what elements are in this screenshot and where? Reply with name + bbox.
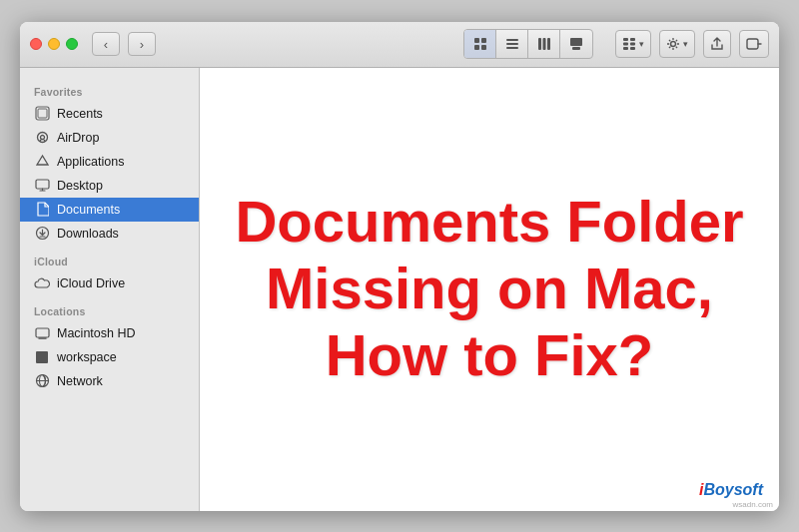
close-button[interactable]	[30, 38, 42, 50]
favorites-header: Favorites	[20, 76, 199, 102]
sidebar-item-airdrop[interactable]: AirDrop	[20, 126, 199, 150]
sidebar-item-icloud-drive[interactable]: iCloud Drive	[20, 271, 199, 295]
svg-rect-21	[38, 109, 47, 118]
documents-icon	[34, 202, 50, 218]
svg-rect-6	[506, 47, 518, 49]
svg-rect-19	[747, 39, 758, 49]
svg-rect-13	[630, 38, 635, 41]
documents-label: Documents	[57, 203, 120, 217]
group-arrow-icon: ▾	[639, 39, 644, 49]
back-button[interactable]: ‹	[92, 32, 120, 56]
svg-rect-1	[481, 38, 486, 43]
svg-rect-4	[506, 39, 518, 41]
svg-rect-15	[630, 43, 635, 46]
share-button[interactable]	[703, 30, 731, 58]
network-icon	[34, 373, 50, 389]
svg-point-22	[37, 133, 47, 143]
icloud-drive-label: iCloud Drive	[57, 276, 125, 290]
action-button[interactable]: ▾	[659, 30, 695, 58]
forward-icon: ›	[140, 37, 144, 52]
svg-rect-2	[474, 45, 479, 50]
maximize-button[interactable]	[66, 38, 78, 50]
file-area: Documents Folder Missing on Mac, How to …	[200, 68, 779, 511]
workspace-icon	[34, 349, 50, 365]
sidebar-item-macintosh-hd[interactable]: Macintosh HD	[20, 321, 199, 345]
desktop-icon	[34, 178, 50, 194]
svg-rect-5	[506, 43, 518, 45]
cover-icon	[569, 37, 583, 51]
grid-icon	[473, 37, 487, 51]
titlebar: ‹ ›	[20, 22, 779, 68]
svg-rect-17	[630, 47, 635, 50]
svg-rect-26	[36, 328, 49, 337]
workspace-label: workspace	[57, 350, 117, 364]
icloud-header: iCloud	[20, 246, 199, 271]
airdrop-icon	[34, 130, 50, 146]
svg-rect-3	[481, 45, 486, 50]
svg-rect-7	[538, 38, 541, 50]
traffic-lights	[30, 38, 78, 50]
sidebar-item-recents[interactable]: Recents	[20, 102, 199, 126]
tag-button[interactable]	[739, 30, 769, 58]
svg-rect-10	[570, 38, 582, 46]
columns-icon	[537, 37, 551, 51]
main-content: Favorites Recents AirDrop Applications	[20, 68, 779, 511]
airdrop-label: AirDrop	[57, 131, 99, 145]
svg-rect-11	[572, 47, 580, 50]
view-list-button[interactable]	[496, 30, 528, 58]
group-button[interactable]: ▾	[615, 30, 651, 58]
share-icon	[710, 37, 724, 51]
downloads-label: Downloads	[57, 227, 119, 241]
back-icon: ‹	[104, 37, 108, 52]
sidebar-item-network[interactable]: Network	[20, 369, 199, 393]
overlay-container: Documents Folder Missing on Mac, How to …	[200, 68, 779, 511]
minimize-button[interactable]	[48, 38, 60, 50]
action-arrow-icon: ▾	[683, 39, 688, 49]
svg-point-18	[671, 42, 676, 47]
view-grid-button[interactable]	[464, 30, 496, 58]
sidebar-item-applications[interactable]: Applications	[20, 150, 199, 174]
svg-rect-14	[623, 43, 628, 46]
svg-rect-9	[547, 38, 550, 50]
applications-icon	[34, 154, 50, 170]
forward-button[interactable]: ›	[128, 32, 156, 56]
downloads-icon	[34, 226, 50, 242]
applications-label: Applications	[57, 155, 124, 169]
sidebar-item-documents[interactable]: Documents	[20, 198, 199, 222]
list-icon	[505, 37, 519, 51]
gear-icon	[666, 37, 680, 51]
macintosh-hd-label: Macintosh HD	[57, 326, 136, 340]
sidebar-item-workspace[interactable]: workspace	[20, 345, 199, 369]
view-cover-button[interactable]	[560, 30, 592, 58]
svg-point-23	[40, 136, 44, 140]
view-buttons	[463, 29, 593, 59]
desktop-label: Desktop	[57, 179, 103, 193]
macintosh-hd-icon	[34, 325, 50, 341]
sidebar-item-downloads[interactable]: Downloads	[20, 222, 199, 246]
svg-rect-24	[36, 180, 49, 189]
recents-label: Recents	[57, 107, 103, 121]
svg-rect-27	[36, 351, 48, 363]
svg-rect-0	[474, 38, 479, 43]
tag-icon	[746, 37, 762, 51]
view-columns-button[interactable]	[528, 30, 560, 58]
sidebar: Favorites Recents AirDrop Applications	[20, 68, 200, 511]
network-label: Network	[57, 374, 103, 388]
svg-rect-16	[623, 47, 628, 50]
locations-header: Locations	[20, 295, 199, 321]
icloud-icon	[34, 275, 50, 291]
svg-rect-12	[623, 38, 628, 41]
sidebar-item-desktop[interactable]: Desktop	[20, 174, 199, 198]
svg-rect-8	[542, 38, 545, 50]
finder-window: ‹ ›	[20, 22, 779, 511]
recents-icon	[34, 106, 50, 122]
group-icon	[622, 37, 636, 51]
overlay-headline: Documents Folder Missing on Mac, How to …	[200, 189, 779, 388]
